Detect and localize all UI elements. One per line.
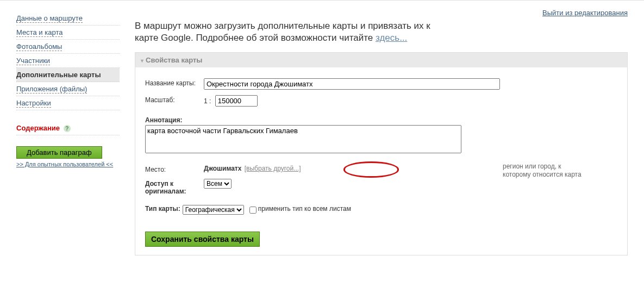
choose-other-place-link[interactable]: [выбрать другой...] <box>245 165 301 172</box>
apply-all-label: применить тип ко всем листам <box>258 205 351 213</box>
place-hint: регион или город, к которому относится к… <box>503 163 590 179</box>
save-map-properties-button[interactable]: Сохранить свойства карты <box>145 232 260 247</box>
panel-body: Название карты: Масштаб: 1 : Аннотация: … <box>135 67 628 255</box>
nav-item-settings[interactable]: Настройки <box>16 96 120 110</box>
contents-heading: Содержание ? <box>16 124 120 135</box>
nav-item-photoalbums[interactable]: Фотоальбомы <box>16 40 120 54</box>
access-select[interactable]: Всем <box>204 179 232 189</box>
map-type-select[interactable]: Географическая <box>183 205 244 215</box>
scale-label: Масштаб: <box>145 95 204 104</box>
help-icon[interactable]: ? <box>64 125 71 132</box>
add-paragraph-button[interactable]: Добавить параграф <box>16 146 102 159</box>
nav-item-places-map[interactable]: Места и карта <box>16 26 120 40</box>
map-name-label: Название карты: <box>145 78 204 87</box>
nav-item-attachments[interactable]: Приложения (файлы) <box>16 82 120 96</box>
type-label: Тип карты: <box>145 205 180 213</box>
nav-item-route-data[interactable]: Данные о маршруте <box>16 11 120 26</box>
intro-here-link[interactable]: здесь... <box>376 33 407 43</box>
annotation-label: Аннотация: <box>145 116 617 124</box>
advanced-users-link[interactable]: >> Для опытных пользователей << <box>16 161 113 167</box>
exit-editing-link[interactable]: Выйти из редактирования <box>542 9 628 17</box>
annotation-textarea[interactable] <box>145 125 461 153</box>
place-value: Джошиматх <box>204 165 241 172</box>
nav-item-participants[interactable]: Участники <box>16 54 120 68</box>
sidebar: Данные о маршруте Места и карта Фотоальб… <box>0 1 125 281</box>
scale-input[interactable] <box>215 95 258 107</box>
intro-text: В маршрут можно загрузить дополнительные… <box>135 20 439 44</box>
nav-item-additional-maps[interactable]: Дополнительные карты <box>16 68 120 82</box>
access-label: Доступ к оригиналам: <box>145 179 204 195</box>
scale-prefix: 1 : <box>204 97 211 105</box>
panel-heading[interactable]: Свойства карты <box>135 52 628 67</box>
place-label: Место: <box>145 165 204 173</box>
map-name-input[interactable] <box>204 78 500 90</box>
main-content: Выйти из редактирования В маршрут можно … <box>125 1 644 281</box>
apply-all-checkbox[interactable] <box>249 207 257 214</box>
